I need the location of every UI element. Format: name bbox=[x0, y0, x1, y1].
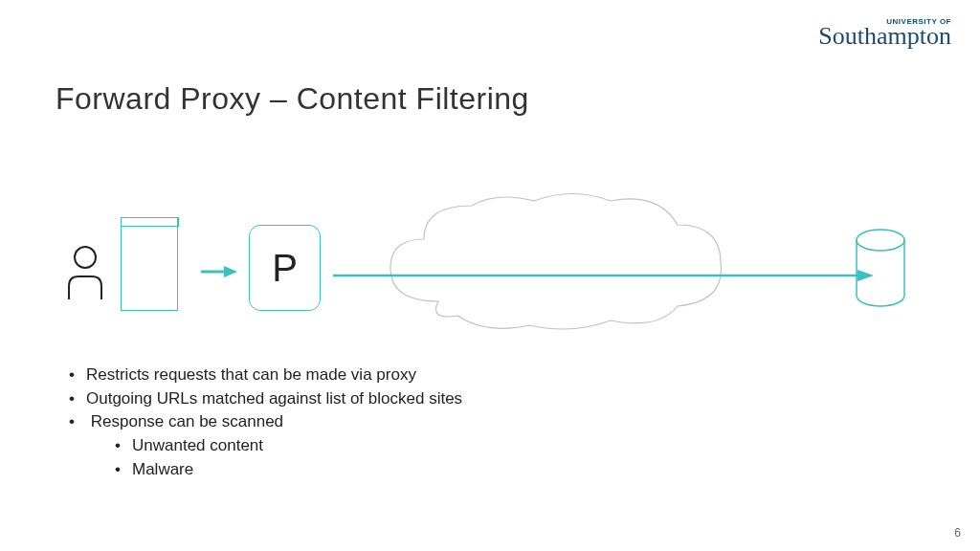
list-item: Malware bbox=[115, 458, 462, 482]
svg-marker-2 bbox=[224, 266, 237, 277]
proxy-label: P bbox=[272, 247, 298, 290]
list-item: Response can be scanned Unwanted content… bbox=[69, 410, 462, 481]
svg-point-0 bbox=[75, 247, 96, 268]
user-icon bbox=[65, 244, 105, 301]
page-number: 6 bbox=[954, 526, 961, 540]
list-item: Restricts requests that can be made via … bbox=[69, 364, 462, 387]
browser-window-icon bbox=[121, 217, 178, 311]
proxy-diagram: P bbox=[56, 187, 917, 349]
svg-point-5 bbox=[857, 230, 904, 251]
proxy-box: P bbox=[249, 225, 321, 311]
cloud-icon bbox=[362, 187, 745, 340]
logo-main: Southampton bbox=[818, 24, 951, 49]
arrow-proxy-to-server bbox=[333, 269, 874, 282]
university-logo: UNIVERSITY OF Southampton bbox=[818, 17, 951, 49]
list-item: Unwanted content bbox=[115, 434, 462, 458]
slide-title: Forward Proxy – Content Filtering bbox=[56, 81, 529, 117]
arrow-user-to-proxy bbox=[201, 265, 237, 278]
list-item: Outgoing URLs matched against list of bl… bbox=[69, 387, 462, 411]
bullet-list: Restricts requests that can be made via … bbox=[69, 364, 462, 481]
database-icon bbox=[854, 229, 907, 307]
